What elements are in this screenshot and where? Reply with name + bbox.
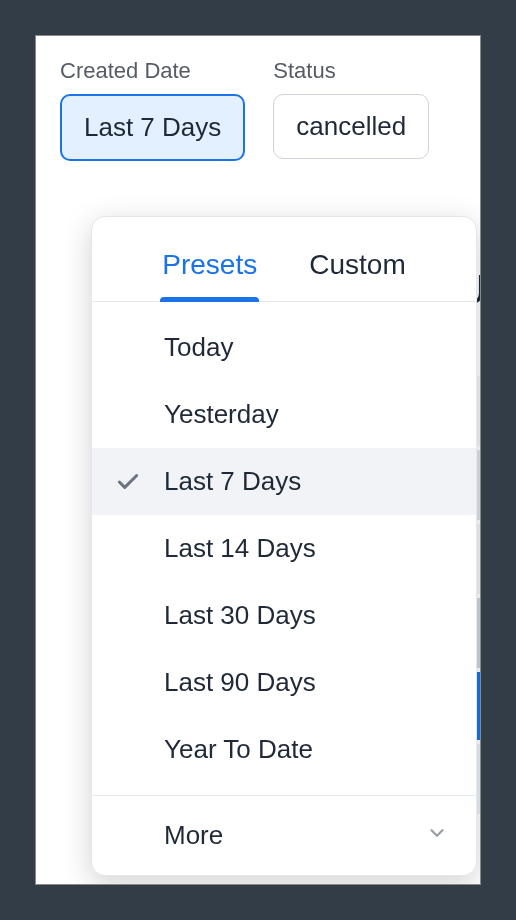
filter-chip-created-date[interactable]: Last 7 Days xyxy=(60,94,245,161)
filter-group-created-date: Created Date Last 7 Days xyxy=(60,58,245,161)
dropdown-tabs: Presets Custom xyxy=(92,217,476,302)
preset-option[interactable]: Yesterday xyxy=(92,381,476,448)
preset-option-label: Today xyxy=(164,332,233,363)
tab-presets[interactable]: Presets xyxy=(152,239,267,301)
filter-label-created-date: Created Date xyxy=(60,58,245,84)
tab-custom[interactable]: Custom xyxy=(299,239,415,301)
filters-row: Created Date Last 7 Days Status cancelle… xyxy=(36,36,480,161)
more-button[interactable]: More xyxy=(92,796,476,875)
filter-group-status: Status cancelled xyxy=(273,58,429,161)
preset-option-label: Year To Date xyxy=(164,734,313,765)
preset-option[interactable]: Today xyxy=(92,314,476,381)
preset-option[interactable]: Year To Date xyxy=(92,716,476,783)
check-icon xyxy=(92,469,164,495)
more-label: More xyxy=(164,820,223,851)
presets-options-list: TodayYesterdayLast 7 DaysLast 14 DaysLas… xyxy=(92,302,476,795)
date-presets-dropdown: Presets Custom TodayYesterdayLast 7 Days… xyxy=(91,216,477,876)
preset-option-label: Last 90 Days xyxy=(164,667,316,698)
filter-chip-status[interactable]: cancelled xyxy=(273,94,429,159)
filter-label-status: Status xyxy=(273,58,429,84)
preset-option-label: Last 30 Days xyxy=(164,600,316,631)
preset-option-label: Last 14 Days xyxy=(164,533,316,564)
preset-option-label: Yesterday xyxy=(164,399,279,430)
preset-option[interactable]: Last 30 Days xyxy=(92,582,476,649)
app-frame: U Created Date Last 7 Days Status cancel… xyxy=(35,35,481,885)
preset-option-label: Last 7 Days xyxy=(164,466,301,497)
chevron-down-icon xyxy=(426,820,448,851)
preset-option[interactable]: Last 90 Days xyxy=(92,649,476,716)
preset-option[interactable]: Last 7 Days xyxy=(92,448,476,515)
preset-option[interactable]: Last 14 Days xyxy=(92,515,476,582)
